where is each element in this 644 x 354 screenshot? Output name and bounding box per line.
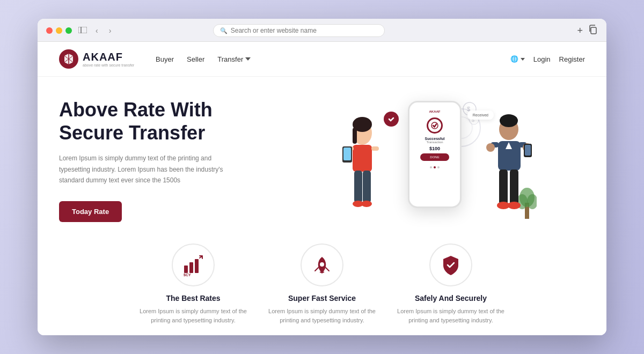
dot-1: [430, 166, 432, 168]
main-nav: AKAAF above rate with secure transfer Bu…: [38, 42, 606, 77]
person-left-figure: [338, 117, 386, 219]
svg-point-29: [486, 143, 495, 152]
traffic-lights: [46, 27, 72, 34]
search-icon: 🔍: [220, 27, 228, 34]
svg-rect-18: [354, 171, 362, 203]
features-section: $CY The Best Rates Lorem Ipsum is simply…: [38, 233, 606, 335]
hero-description: Lorem Ipsum is simply dummy text of the …: [59, 153, 231, 186]
back-button[interactable]: ‹: [93, 25, 100, 36]
feature-card-service: Super Fast Service Lorem Ipsum is simply…: [268, 244, 376, 326]
nav-right: 🌐 Login Register: [510, 55, 585, 63]
chevron-down-icon: [245, 57, 251, 61]
copy-button[interactable]: [588, 25, 598, 37]
chevron-down-small-icon: [521, 58, 525, 61]
svg-rect-32: [525, 145, 531, 156]
logo-subtitle: above rate with secure transfer: [83, 63, 134, 67]
login-button[interactable]: Login: [533, 55, 551, 63]
rocket-icon: [311, 254, 333, 276]
feature-desc-rates: Lorem Ipsum is simply dummy text of the …: [140, 307, 247, 326]
svg-rect-34: [510, 169, 518, 204]
shield-icon: [440, 254, 462, 276]
svg-rect-19: [363, 171, 371, 203]
feature-title-secure: Safely And Securely: [415, 294, 487, 303]
browser-actions: +: [577, 25, 598, 37]
maximize-button[interactable]: [65, 27, 72, 34]
rates-icon: $CY: [182, 254, 204, 276]
minimize-button[interactable]: [56, 27, 62, 34]
feature-icon-circle-rates: $CY: [172, 244, 215, 286]
dot-3: [437, 166, 440, 168]
address-bar[interactable]: 🔍: [213, 24, 385, 37]
close-button[interactable]: [46, 27, 53, 34]
logo: AKAAF above rate with secure transfer: [59, 49, 134, 69]
feature-title-service: Super Fast Service: [288, 294, 356, 303]
nav-buyer[interactable]: Buyer: [156, 55, 174, 63]
svg-rect-17: [343, 148, 351, 160]
feature-icon-circle-secure: [429, 244, 472, 286]
language-selector[interactable]: 🌐: [510, 55, 525, 63]
phone-brand: AKAAF: [429, 110, 441, 113]
svg-text:$CY: $CY: [184, 273, 191, 276]
svg-rect-41: [184, 266, 188, 273]
phone-mockup: AKAAF Successful Transaction $100 DONE: [408, 101, 462, 208]
svg-point-21: [361, 201, 372, 207]
register-button[interactable]: Register: [559, 55, 585, 63]
svg-rect-42: [189, 262, 193, 273]
feature-title-rates: The Best Rates: [166, 294, 220, 303]
phone-status: Successful: [425, 137, 445, 141]
svg-rect-12: [353, 128, 357, 144]
feature-card-rates: $CY The Best Rates Lorem Ipsum is simply…: [140, 244, 247, 326]
person-right-figure: [483, 114, 534, 219]
svg-rect-15: [371, 146, 379, 151]
dot-2: [434, 166, 436, 168]
svg-rect-33: [499, 169, 508, 204]
forward-button[interactable]: ›: [107, 25, 114, 36]
logo-text: AKAAF: [83, 51, 134, 63]
svg-rect-43: [195, 259, 199, 273]
svg-point-24: [500, 114, 518, 127]
phone-dots: [430, 166, 440, 168]
feature-icon-circle-service: [301, 244, 343, 286]
today-rate-button[interactable]: Today Rate: [59, 201, 122, 222]
hero-section: Above Rate With Secure Transfer Lorem Ip…: [38, 77, 606, 233]
hero-title: Above Rate With Secure Transfer: [59, 98, 284, 144]
hero-left: Above Rate With Secure Transfer Lorem Ip…: [59, 98, 284, 222]
illustration-container: $ $: [333, 101, 537, 219]
nav-seller[interactable]: Seller: [187, 55, 204, 63]
nav-links: Buyer Seller Transfer: [156, 55, 251, 63]
new-tab-button[interactable]: +: [577, 25, 583, 36]
hero-illustration: $ $: [284, 101, 585, 219]
feature-desc-secure: Lorem Ipsum is simply dummy text of the …: [397, 307, 504, 326]
sidebar-toggle-button[interactable]: [78, 26, 87, 35]
phone-amount: $100: [429, 146, 440, 151]
phone-check-icon: [427, 117, 443, 134]
speech-bubble: Received: [467, 110, 494, 120]
website-content: AKAAF above rate with secure transfer Bu…: [38, 42, 606, 335]
svg-rect-2: [591, 27, 596, 34]
logo-icon: [59, 49, 78, 69]
nav-transfer[interactable]: Transfer: [217, 55, 251, 63]
svg-rect-0: [78, 27, 87, 33]
address-input[interactable]: [231, 27, 378, 34]
browser-window: ‹ › 🔍 +: [38, 19, 606, 335]
check-badge: [384, 112, 399, 127]
svg-rect-13: [353, 145, 372, 172]
globe-icon: 🌐: [510, 55, 518, 63]
svg-point-36: [508, 202, 521, 209]
svg-point-45: [320, 262, 324, 267]
phone-transaction: Transaction: [426, 141, 443, 144]
check-icon: [387, 115, 395, 123]
browser-chrome: ‹ › 🔍 +: [38, 19, 606, 42]
phone-done-button[interactable]: DONE: [420, 153, 449, 161]
feature-desc-service: Lorem Ipsum is simply dummy text of the …: [268, 307, 376, 326]
feature-card-secure: Safely And Securely Lorem Ipsum is simpl…: [397, 244, 504, 326]
